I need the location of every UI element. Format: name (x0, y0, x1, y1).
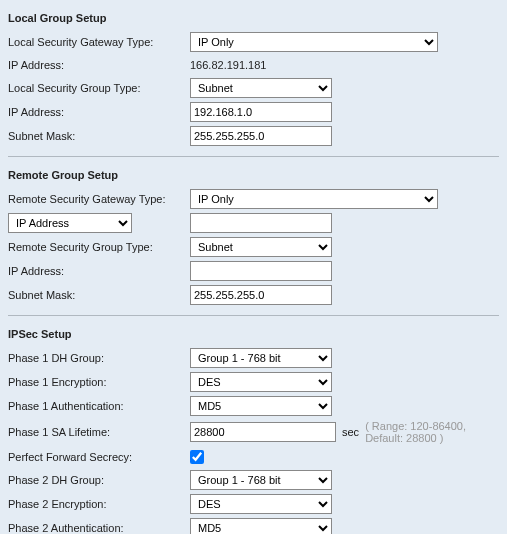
p2-enc-select[interactable]: DES (190, 494, 332, 514)
p2-dh-select[interactable]: Group 1 - 768 bit (190, 470, 332, 490)
p1-auth-select[interactable]: MD5 (190, 396, 332, 416)
ipsec-title: IPSec Setup (8, 324, 499, 346)
row-local-subnet: Subnet Mask: (8, 124, 499, 148)
remote-gateway-type-label: Remote Security Gateway Type: (8, 193, 190, 205)
local-ip2-label: IP Address: (8, 106, 190, 118)
remote-group-type-select[interactable]: Subnet (190, 237, 332, 257)
p1-enc-select[interactable]: DES (190, 372, 332, 392)
local-group-type-label: Local Security Group Type: (8, 82, 190, 94)
local-gateway-type-label: Local Security Gateway Type: (8, 36, 190, 48)
row-local-gateway-type: Local Security Gateway Type: IP Only (8, 30, 499, 54)
local-subnet-input[interactable] (190, 126, 332, 146)
remote-gateway-type-select[interactable]: IP Only (190, 189, 438, 209)
row-local-ip2: IP Address: (8, 100, 499, 124)
row-p2-enc: Phase 2 Encryption: DES (8, 492, 499, 516)
row-pfs: Perfect Forward Secrecy: (8, 446, 499, 468)
row-remote-group-type: Remote Security Group Type: Subnet (8, 235, 499, 259)
p1-sa-input[interactable] (190, 422, 336, 442)
remote-subnet-input[interactable] (190, 285, 332, 305)
remote-group-type-label: Remote Security Group Type: (8, 241, 190, 253)
row-remote-subnet: Subnet Mask: (8, 283, 499, 307)
remote-subnet-label: Subnet Mask: (8, 289, 190, 301)
p2-auth-label: Phase 2 Authentication: (8, 522, 190, 534)
row-p2-dh: Phase 2 DH Group: Group 1 - 768 bit (8, 468, 499, 492)
pfs-checkbox[interactable] (190, 450, 204, 464)
remote-ip-mode-select[interactable]: IP Address (8, 213, 132, 233)
p2-dh-label: Phase 2 DH Group: (8, 474, 190, 486)
row-p1-sa: Phase 1 SA Lifetime: sec ( Range: 120-86… (8, 418, 499, 446)
p1-sa-hint: ( Range: 120-86400, Default: 28800 ) (365, 420, 499, 444)
row-p1-enc: Phase 1 Encryption: DES (8, 370, 499, 394)
row-remote-ip-mode: IP Address (8, 211, 499, 235)
remote-ip-label: IP Address: (8, 265, 190, 277)
local-subnet-label: Subnet Mask: (8, 130, 190, 142)
p1-dh-select[interactable]: Group 1 - 768 bit (190, 348, 332, 368)
row-remote-gateway-type: Remote Security Gateway Type: IP Only (8, 187, 499, 211)
row-remote-ip: IP Address: (8, 259, 499, 283)
remote-ip-mode-input[interactable] (190, 213, 332, 233)
p1-auth-label: Phase 1 Authentication: (8, 400, 190, 412)
row-local-ip: IP Address: 166.82.191.181 (8, 54, 499, 76)
local-ip-value: 166.82.191.181 (190, 59, 266, 71)
pfs-label: Perfect Forward Secrecy: (8, 451, 190, 463)
row-p1-dh: Phase 1 DH Group: Group 1 - 768 bit (8, 346, 499, 370)
divider-2 (8, 315, 499, 316)
row-local-group-type: Local Security Group Type: Subnet (8, 76, 499, 100)
local-gateway-type-select[interactable]: IP Only (190, 32, 438, 52)
p2-auth-select[interactable]: MD5 (190, 518, 332, 534)
p1-sa-label: Phase 1 SA Lifetime: (8, 426, 190, 438)
local-ip2-input[interactable] (190, 102, 332, 122)
row-p2-auth: Phase 2 Authentication: MD5 (8, 516, 499, 534)
local-group-title: Local Group Setup (8, 8, 499, 30)
divider-1 (8, 156, 499, 157)
row-p1-auth: Phase 1 Authentication: MD5 (8, 394, 499, 418)
local-group-type-select[interactable]: Subnet (190, 78, 332, 98)
remote-ip-input[interactable] (190, 261, 332, 281)
p1-dh-label: Phase 1 DH Group: (8, 352, 190, 364)
local-ip-label: IP Address: (8, 59, 190, 71)
p2-enc-label: Phase 2 Encryption: (8, 498, 190, 510)
p1-enc-label: Phase 1 Encryption: (8, 376, 190, 388)
remote-group-title: Remote Group Setup (8, 165, 499, 187)
p1-sa-unit: sec (342, 426, 359, 438)
